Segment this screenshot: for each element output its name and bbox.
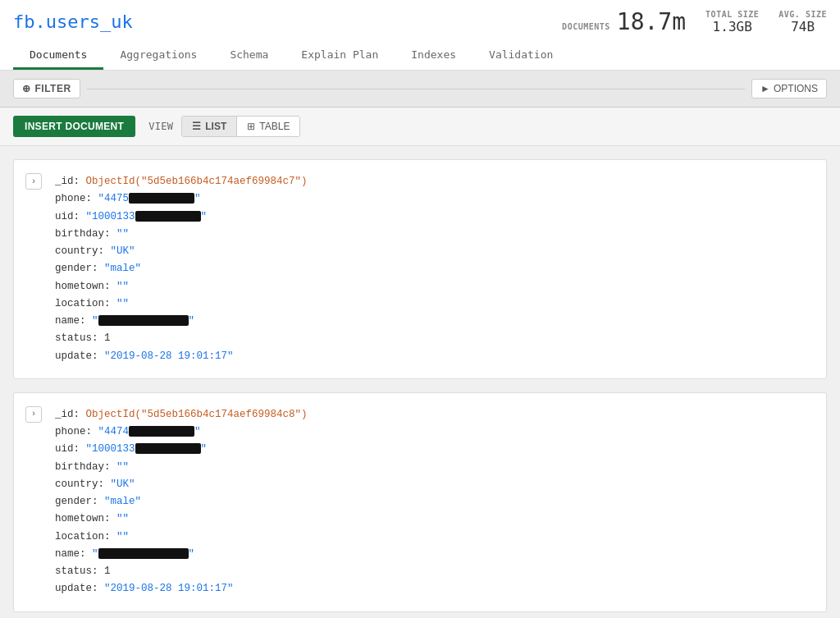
options-label: OPTIONS: [774, 83, 818, 94]
stat-avg-size: AVG. SIZE 74B: [778, 10, 827, 34]
field-birthday: birthday: "": [55, 459, 813, 476]
list-icon: ☰: [192, 121, 201, 132]
tab-validation[interactable]: Validation: [472, 42, 569, 70]
view-label: VIEW: [148, 121, 173, 132]
field-country: country: "UK": [55, 243, 813, 260]
field-birthday: birthday: "": [55, 226, 813, 243]
field-update: update: "2019-08-28 19:01:17": [55, 348, 813, 365]
table-view-button[interactable]: ⊞ TABLE: [236, 117, 299, 136]
stat-total-size: TOTAL SIZE 1.3GB: [705, 10, 759, 34]
field-status: status: 1: [55, 330, 813, 347]
total-size-label: TOTAL SIZE: [705, 10, 759, 19]
filter-label: FILTER: [35, 83, 71, 94]
filter-icon: ⊕: [22, 83, 31, 94]
stat-documents: DOCUMENTS 18.7m: [562, 8, 686, 35]
field-name: name: "": [55, 313, 813, 330]
list-label: LIST: [205, 121, 226, 132]
filter-button[interactable]: ⊕ FILTER: [13, 79, 80, 98]
field-hometown: hometown: "": [55, 510, 813, 528]
nav-tabs: Documents Aggregations Schema Explain Pl…: [13, 42, 827, 70]
toolbar: INSERT DOCUMENT VIEW ☰ LIST ⊞ TABLE: [0, 108, 840, 146]
tab-aggregations[interactable]: Aggregations: [103, 42, 213, 70]
header-top: fb.users_uk DOCUMENTS 18.7m TOTAL SIZE 1…: [13, 8, 827, 42]
app-header: fb.users_uk DOCUMENTS 18.7m TOTAL SIZE 1…: [0, 0, 840, 71]
tab-explain-plan[interactable]: Explain Plan: [285, 42, 395, 70]
table-icon: ⊞: [247, 121, 255, 132]
avg-size-value: 74B: [791, 19, 815, 34]
field-id: _id: ObjectId("5d5eb166b4c174aef69984c7"…: [55, 173, 813, 190]
tab-documents[interactable]: Documents: [13, 42, 103, 70]
field-gender: gender: "male": [55, 493, 813, 510]
options-button[interactable]: ► OPTIONS: [751, 79, 827, 98]
tab-schema[interactable]: Schema: [213, 42, 285, 70]
avg-size-label: AVG. SIZE: [778, 10, 827, 19]
view-toggle: ☰ LIST ⊞ TABLE: [181, 116, 300, 137]
documents-area: › _id: ObjectId("5d5eb166b4c174aef69984c…: [0, 146, 840, 618]
field-gender: gender: "male": [55, 260, 813, 277]
field-id: _id: ObjectId("5d5eb166b4c174aef69984c8"…: [55, 406, 813, 423]
insert-document-button[interactable]: INSERT DOCUMENT: [13, 116, 135, 137]
field-location: location: "": [55, 295, 813, 313]
field-status: status: 1: [55, 563, 813, 580]
total-size-value: 1.3GB: [713, 19, 752, 34]
field-name: name: "": [55, 546, 813, 563]
field-update: update: "2019-08-28 19:01:17": [55, 580, 813, 597]
tab-indexes[interactable]: Indexes: [395, 42, 472, 70]
documents-label: DOCUMENTS: [562, 22, 610, 31]
filter-bar: ⊕ FILTER ► OPTIONS: [0, 71, 840, 108]
field-uid: uid: "1000133": [55, 208, 813, 226]
collection-title: fb.users_uk: [13, 11, 133, 32]
field-phone: phone: "4474": [55, 423, 813, 441]
field-uid: uid: "1000133": [55, 441, 813, 458]
document-card: › _id: ObjectId("5d5eb166b4c174aef69984c…: [13, 392, 827, 612]
filter-divider: [87, 89, 745, 89]
field-phone: phone: "4475": [55, 190, 813, 208]
field-location: location: "": [55, 529, 813, 546]
document-card: › _id: ObjectId("5d5eb166b4c174aef69984c…: [13, 159, 827, 379]
expand-button[interactable]: ›: [25, 173, 42, 190]
header-stats: DOCUMENTS 18.7m TOTAL SIZE 1.3GB AVG. SI…: [562, 8, 827, 35]
field-country: country: "UK": [55, 476, 813, 493]
documents-value: 18.7m: [617, 8, 686, 35]
field-hometown: hometown: "": [55, 278, 813, 295]
table-label: TABLE: [259, 121, 290, 132]
list-view-button[interactable]: ☰ LIST: [182, 117, 236, 136]
expand-button[interactable]: ›: [25, 406, 42, 423]
options-arrow-icon: ►: [760, 83, 770, 94]
